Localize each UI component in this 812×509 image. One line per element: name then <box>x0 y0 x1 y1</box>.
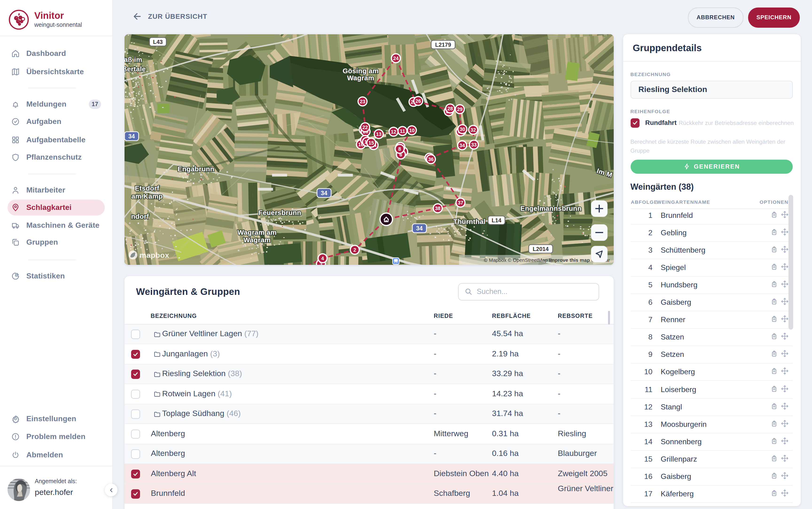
svg-text:L2014: L2014 <box>532 246 549 252</box>
svg-text:11: 11 <box>400 128 405 134</box>
svg-text:33: 33 <box>471 142 477 147</box>
svg-text:ndorf: ndorf <box>131 213 149 220</box>
svg-text:23: 23 <box>359 99 365 104</box>
svg-text:29: 29 <box>457 107 462 112</box>
svg-text:37: 37 <box>457 200 463 205</box>
svg-text:Gösing am: Gösing am <box>342 67 378 75</box>
svg-text:15: 15 <box>368 140 374 145</box>
svg-text:26: 26 <box>415 98 421 104</box>
svg-text:28: 28 <box>447 106 453 111</box>
svg-text:Wagram am: Wagram am <box>237 229 277 236</box>
svg-text:34: 34 <box>459 143 465 148</box>
svg-text:L14: L14 <box>491 217 501 224</box>
svg-text:2: 2 <box>353 247 356 252</box>
svg-text:L43: L43 <box>153 39 162 45</box>
svg-text:Wagram: Wagram <box>347 74 374 82</box>
svg-text:4: 4 <box>321 256 324 261</box>
svg-text:34: 34 <box>128 133 135 139</box>
svg-text:Engelmannsbrunn: Engelmannsbrunn <box>520 205 582 212</box>
svg-text:am Kamp: am Kamp <box>131 193 162 200</box>
svg-text:traß im: traß im <box>124 56 142 63</box>
svg-text:Etsdorf: Etsdorf <box>135 184 159 192</box>
svg-text:8: 8 <box>398 146 401 152</box>
svg-text:24: 24 <box>393 56 398 61</box>
svg-text:aßertale: aßertale <box>124 65 145 73</box>
svg-text:38: 38 <box>435 206 440 211</box>
svg-text:12: 12 <box>390 129 396 135</box>
svg-text:10: 10 <box>409 128 415 133</box>
svg-text:13: 13 <box>376 132 381 137</box>
svg-text:L2179: L2179 <box>435 41 451 48</box>
svg-text:36: 36 <box>428 157 433 162</box>
svg-text:22: 22 <box>362 125 368 130</box>
svg-text:30: 30 <box>459 127 465 132</box>
svg-text:Wagram: Wagram <box>243 236 270 244</box>
svg-text:34: 34 <box>416 225 422 232</box>
svg-text:32: 32 <box>470 127 476 133</box>
svg-text:34: 34 <box>321 190 327 196</box>
svg-text:Engabrunn: Engabrunn <box>177 165 214 173</box>
svg-text:mapbox: mapbox <box>139 251 169 260</box>
svg-text:Feuersbrunn: Feuersbrunn <box>258 209 301 216</box>
svg-text:Thürnthal: Thürnthal <box>453 218 485 226</box>
